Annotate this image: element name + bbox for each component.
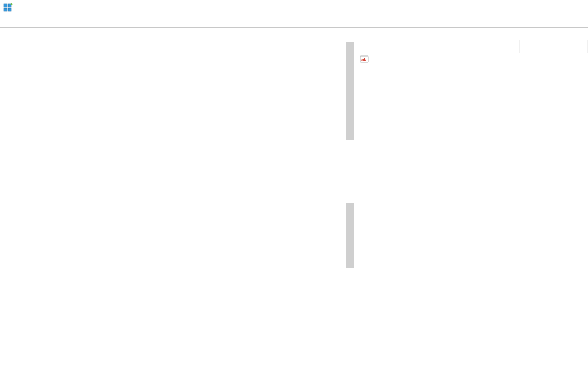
address-bar[interactable]: [0, 27, 588, 40]
content-area: ab: [0, 40, 588, 388]
column-name[interactable]: [355, 40, 439, 53]
column-type[interactable]: [439, 40, 520, 53]
list-row[interactable]: ab: [355, 53, 588, 65]
svg-text:ab: ab: [361, 57, 366, 62]
list-header: [355, 40, 588, 53]
tree-view[interactable]: [0, 40, 355, 388]
menu-help[interactable]: [41, 20, 50, 22]
scrollbar-thumb[interactable]: [346, 42, 354, 140]
menu-favorites[interactable]: [32, 20, 40, 22]
menu-view[interactable]: [22, 20, 30, 22]
svg-point-4: [11, 3, 13, 5]
title-bar: [0, 0, 588, 15]
regedit-icon: [3, 3, 13, 12]
menu-file[interactable]: [2, 20, 11, 22]
svg-rect-2: [4, 8, 7, 11]
values-pane: ab: [355, 40, 588, 388]
value-name-cell: ab: [355, 55, 439, 64]
svg-rect-0: [4, 4, 7, 7]
column-data[interactable]: [520, 40, 588, 53]
string-value-icon: ab: [360, 55, 370, 64]
svg-rect-3: [8, 8, 11, 11]
menu-edit[interactable]: [12, 20, 21, 22]
scrollbar-thumb[interactable]: [346, 203, 354, 268]
menu-bar: [0, 15, 588, 27]
tree-pane: [0, 40, 355, 388]
